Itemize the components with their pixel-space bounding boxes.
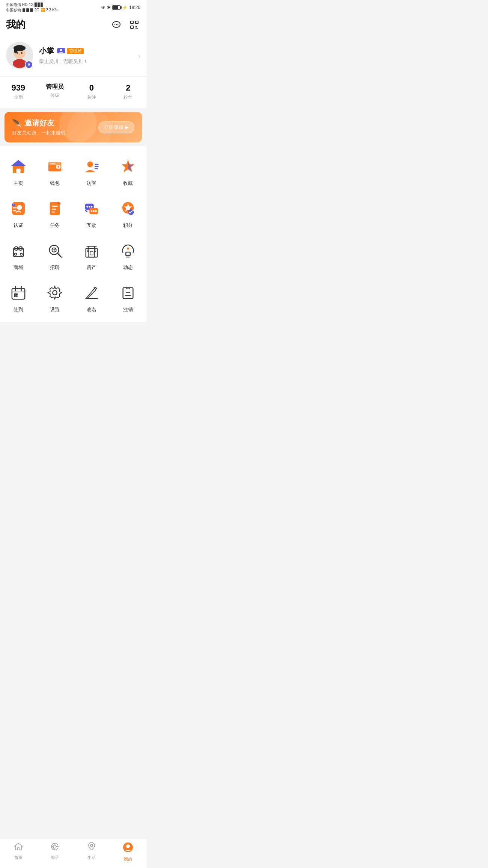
stat-fans[interactable]: 2 粉丝 bbox=[110, 83, 147, 101]
eye-icon: 👁 bbox=[101, 5, 105, 10]
menu-label-shop: 商城 bbox=[14, 264, 23, 271]
menu-section: 主页 钱包 bbox=[0, 146, 146, 322]
menu-label-task: 任务 bbox=[50, 222, 60, 229]
svg-point-51 bbox=[95, 210, 97, 212]
battery-icon bbox=[112, 5, 120, 10]
menu-item-points[interactable]: 积分 bbox=[110, 192, 147, 234]
svg-point-2 bbox=[116, 24, 117, 24]
menu-item-home[interactable]: 主页 bbox=[0, 150, 37, 192]
stats-section: 939 金币 管理员 等级 0 关注 2 粉丝 bbox=[0, 77, 146, 108]
admin-badge: 管理员 bbox=[67, 48, 84, 54]
svg-point-49 bbox=[90, 210, 92, 212]
stat-fans-label: 粉丝 bbox=[124, 94, 133, 101]
page-title: 我的 bbox=[6, 18, 26, 31]
menu-label-points: 积分 bbox=[123, 222, 133, 229]
svg-rect-4 bbox=[131, 21, 133, 24]
menu-label-checkin: 签到 bbox=[14, 306, 23, 313]
header-actions bbox=[110, 19, 140, 31]
svg-marker-20 bbox=[11, 160, 26, 166]
svg-point-24 bbox=[58, 166, 59, 168]
home-icon bbox=[9, 157, 28, 176]
menu-label-dynamic: 动态 bbox=[123, 264, 133, 271]
svg-point-3 bbox=[117, 24, 118, 24]
stat-following[interactable]: 0 关注 bbox=[73, 83, 110, 101]
menu-item-logout[interactable]: 注销 bbox=[110, 276, 147, 318]
menu-item-cert[interactable]: + 认证 bbox=[0, 192, 37, 234]
svg-point-15 bbox=[17, 52, 18, 54]
stat-coins-label: 金币 bbox=[14, 94, 23, 101]
carrier-info: 中国电信 HD 4G ▊▊▊ 中国移动 ▊▊▊ 2G 🛜 2.3 K/s bbox=[6, 2, 58, 13]
menu-label-recruit: 招聘 bbox=[50, 264, 60, 271]
svg-rect-70 bbox=[87, 250, 89, 251]
scan-button[interactable] bbox=[128, 19, 140, 31]
svg-point-75 bbox=[127, 247, 129, 250]
svg-text:01: 01 bbox=[15, 294, 18, 297]
profile-name-row: 小掌 管理员 bbox=[39, 46, 140, 56]
avatar-wrapper[interactable]: V bbox=[6, 42, 33, 69]
interact-icon bbox=[82, 199, 101, 218]
checkin-icon: 01 bbox=[9, 283, 28, 302]
svg-point-45 bbox=[86, 206, 88, 208]
svg-point-58 bbox=[14, 253, 17, 256]
menu-item-wallet[interactable]: 钱包 bbox=[37, 150, 74, 192]
invite-button[interactable]: 立即邀请 ▶ bbox=[98, 121, 134, 133]
menu-item-shop[interactable]: 商城 bbox=[0, 234, 37, 276]
svg-rect-26 bbox=[50, 163, 56, 164]
svg-rect-66 bbox=[89, 246, 94, 257]
stat-level-label: 等级 bbox=[50, 92, 59, 99]
rename-icon bbox=[82, 283, 101, 302]
bluetooth-icon: ✱ bbox=[107, 5, 111, 10]
svg-rect-72 bbox=[126, 252, 130, 256]
menu-item-dynamic[interactable]: 动态 bbox=[110, 234, 147, 276]
time-display: 18:20 bbox=[129, 5, 140, 10]
stat-level[interactable]: 管理员 等级 bbox=[37, 83, 74, 101]
profile-section[interactable]: V 小掌 管理员 掌上吴川，温暖吴川！ › bbox=[0, 36, 146, 76]
svg-point-50 bbox=[93, 210, 95, 212]
svg-point-46 bbox=[89, 206, 90, 208]
svg-rect-9 bbox=[136, 28, 138, 29]
menu-label-favorite: 收藏 bbox=[123, 180, 133, 187]
svg-rect-8 bbox=[138, 26, 138, 29]
task-icon bbox=[45, 199, 65, 218]
svg-point-16 bbox=[21, 52, 23, 54]
svg-point-27 bbox=[87, 162, 93, 167]
menu-item-visitor[interactable]: 访客 bbox=[73, 150, 110, 192]
logout-icon bbox=[118, 283, 138, 302]
svg-point-82 bbox=[53, 290, 57, 295]
svg-point-17 bbox=[19, 54, 20, 55]
svg-rect-7 bbox=[136, 26, 137, 27]
favorite-icon bbox=[118, 157, 138, 176]
menu-item-favorite[interactable]: 收藏 bbox=[110, 150, 147, 192]
svg-point-1 bbox=[114, 24, 115, 24]
message-button[interactable] bbox=[110, 19, 122, 31]
admin-badge-wrap: 管理员 bbox=[57, 48, 84, 54]
menu-item-settings[interactable]: 设置 bbox=[37, 276, 74, 318]
svg-marker-43 bbox=[59, 201, 62, 204]
banner-title: 🪶 邀请好友 bbox=[12, 118, 66, 128]
menu-label-interact: 互动 bbox=[87, 222, 96, 229]
menu-item-rename[interactable]: 改名 bbox=[73, 276, 110, 318]
stat-coins-value: 939 bbox=[11, 83, 25, 93]
menu-item-realestate[interactable]: 房产 bbox=[73, 234, 110, 276]
menu-grid: 主页 钱包 bbox=[0, 150, 146, 318]
menu-item-checkin[interactable]: 01 签到 bbox=[0, 276, 37, 318]
svg-rect-40 bbox=[52, 206, 58, 207]
menu-item-recruit[interactable]: 招聘 bbox=[37, 234, 74, 276]
header: 我的 bbox=[0, 14, 146, 36]
stat-coins[interactable]: 939 金币 bbox=[0, 83, 37, 101]
banner-icon: 🪶 bbox=[12, 119, 21, 128]
invite-banner[interactable]: 🪶 邀请好友 好友总动员，一起来赚钱 立即邀请 ▶ bbox=[5, 112, 142, 142]
realestate-icon bbox=[82, 241, 101, 260]
menu-item-interact[interactable]: 互动 bbox=[73, 192, 110, 234]
dynamic-icon bbox=[118, 241, 138, 260]
stat-following-value: 0 bbox=[89, 83, 94, 93]
recruit-icon bbox=[45, 241, 65, 260]
svg-point-11 bbox=[13, 59, 26, 68]
svg-rect-71 bbox=[94, 250, 96, 251]
cert-icon: + bbox=[9, 199, 28, 218]
menu-item-task[interactable]: 任务 bbox=[37, 192, 74, 234]
svg-rect-41 bbox=[52, 209, 56, 210]
svg-text:+: + bbox=[12, 204, 14, 206]
svg-rect-42 bbox=[52, 212, 55, 213]
menu-label-cert: 认证 bbox=[14, 222, 23, 229]
